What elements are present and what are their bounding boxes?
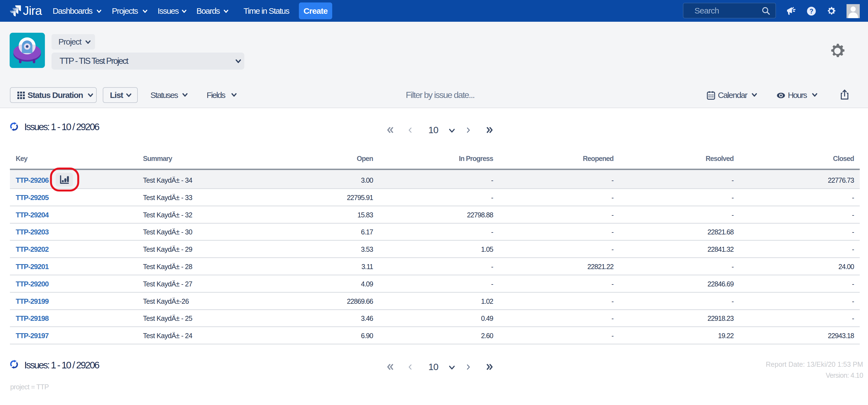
svg-text:?: ? xyxy=(809,8,813,15)
